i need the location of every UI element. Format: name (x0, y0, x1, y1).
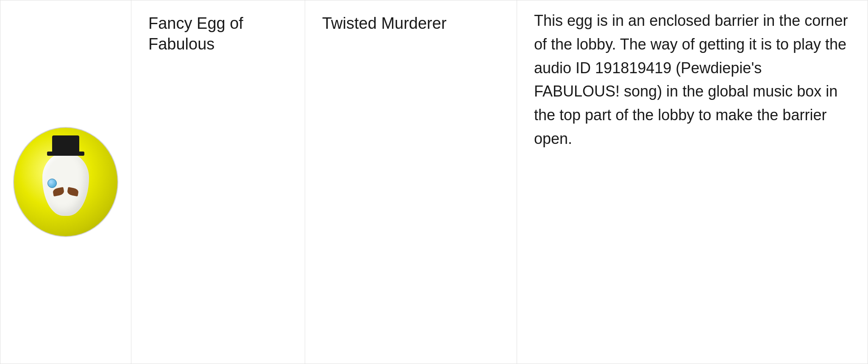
table-container: Fancy Egg of Fabulous Twisted Murderer T… (0, 0, 868, 364)
image-cell (0, 0, 131, 364)
mustache-icon (53, 188, 78, 196)
egg-image (13, 127, 118, 237)
description-cell: This egg is in an enclosed barrier in th… (517, 0, 868, 364)
hat-brim-icon (47, 152, 84, 156)
game-name-text: Twisted Murderer (322, 13, 447, 34)
game-name-cell: Twisted Murderer (305, 0, 517, 364)
monocle-icon (47, 179, 57, 188)
table-row: Fancy Egg of Fabulous Twisted Murderer T… (0, 0, 868, 364)
hat-top-icon (52, 135, 79, 153)
egg-name-text: Fancy Egg of Fabulous (148, 13, 288, 55)
description-text: This egg is in an enclosed barrier in th… (534, 9, 851, 151)
egg-body (38, 148, 93, 216)
egg-name-cell: Fancy Egg of Fabulous (131, 0, 305, 364)
